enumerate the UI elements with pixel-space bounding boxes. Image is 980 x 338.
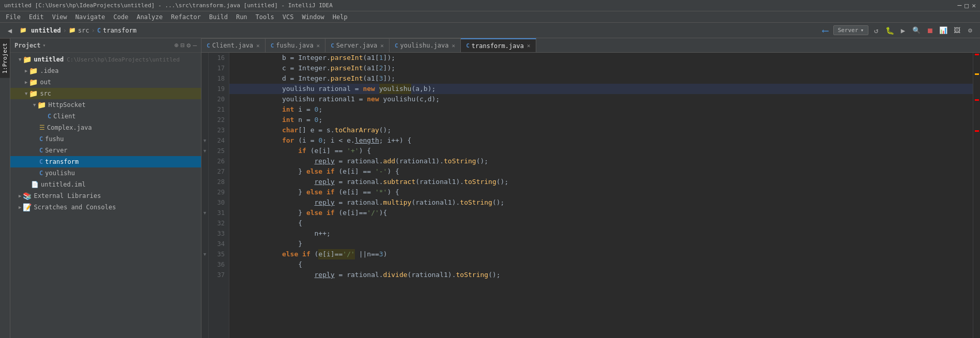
fushu-label: fushu bbox=[45, 135, 64, 143]
window-title: untitled [C:\Users\hp\IdeaProjects\untit… bbox=[4, 2, 333, 9]
transform-java-icon: C bbox=[39, 158, 43, 165]
client-tab-close[interactable]: ✕ bbox=[256, 42, 260, 49]
transform-icon: C bbox=[97, 27, 101, 34]
menu-run[interactable]: Run bbox=[232, 13, 251, 21]
maximize-btn[interactable]: □ bbox=[965, 2, 969, 9]
project-tab[interactable]: 1:Project bbox=[0, 38, 10, 78]
project-panel-header: Project ▾ ⊕ ⊟ ⚙ — bbox=[10, 38, 201, 53]
client-tab-icon: C bbox=[207, 42, 210, 49]
project-header-label: Project bbox=[14, 42, 41, 49]
menu-vcs[interactable]: VCS bbox=[279, 13, 298, 21]
tree-item-transform[interactable]: C transform bbox=[10, 156, 201, 167]
menu-edit[interactable]: Edit bbox=[25, 13, 48, 21]
tab-fushu-java[interactable]: C fushu.java ✕ bbox=[266, 38, 326, 52]
scratches-label: Scratches and Consoles bbox=[34, 204, 116, 211]
refresh-btn[interactable]: ↺ bbox=[870, 25, 882, 36]
menu-help[interactable]: Help bbox=[329, 13, 351, 21]
expand-src[interactable]: ▼ bbox=[25, 91, 27, 96]
code-line-36: { bbox=[229, 259, 973, 270]
tab-client-java[interactable]: C Client.java ✕ bbox=[201, 38, 266, 52]
expand-ext-lib[interactable]: ▶ bbox=[19, 193, 21, 198]
tree-item-src[interactable]: ▼ 📁 src bbox=[10, 88, 201, 99]
server-label: Server bbox=[45, 147, 67, 154]
project-dropdown-icon[interactable]: ▾ bbox=[43, 42, 46, 48]
error-marker-top bbox=[975, 54, 979, 55]
transform-tab-icon: C bbox=[466, 42, 470, 49]
minimize-btn[interactable]: ─ bbox=[958, 2, 962, 9]
fold-35[interactable]: ▼ bbox=[201, 249, 208, 259]
tree-item-scratches[interactable]: ▶ 📝 Scratches and Consoles bbox=[10, 202, 201, 213]
tree-item-iml[interactable]: 📄 untitled.iml bbox=[10, 179, 201, 190]
breadcrumb-transform[interactable]: transform bbox=[103, 27, 136, 34]
code-line-35: else if (e[i]=='/' ||n==3) bbox=[229, 249, 973, 259]
title-bar: untitled [C:\Users\hp\IdeaProjects\untit… bbox=[0, 0, 980, 11]
tree-item-idea[interactable]: ▶ 📁 .idea bbox=[10, 65, 201, 76]
expand-httpsocket[interactable]: ▼ bbox=[33, 102, 36, 107]
tree-item-out[interactable]: ▶ 📁 out bbox=[10, 76, 201, 88]
hide-icon[interactable]: — bbox=[193, 41, 197, 49]
add-icon[interactable]: ⊕ bbox=[175, 41, 179, 49]
search-btn[interactable]: 🔍 bbox=[911, 25, 922, 36]
menu-file[interactable]: File bbox=[2, 13, 24, 21]
server-tab-close[interactable]: ✕ bbox=[380, 42, 384, 49]
breadcrumb-src[interactable]: src bbox=[78, 27, 89, 34]
tree-item-server[interactable]: C Server bbox=[10, 145, 201, 156]
menu-code[interactable]: Code bbox=[110, 13, 132, 21]
fold-23 bbox=[201, 125, 208, 135]
server-dropdown[interactable]: Server ▾ bbox=[833, 25, 868, 35]
tree-item-client[interactable]: C Client bbox=[10, 111, 201, 122]
tab-youlishu-java[interactable]: C youlishu.java ✕ bbox=[390, 38, 461, 52]
tab-transform-java[interactable]: C transform.java ✕ bbox=[461, 38, 536, 52]
back-btn[interactable]: ◀ bbox=[4, 25, 15, 36]
server-dropdown-arrow: ▾ bbox=[860, 27, 864, 34]
frame-btn[interactable]: 🖼 bbox=[951, 25, 962, 36]
menu-refactor[interactable]: Refactor bbox=[167, 13, 205, 21]
expand-scratches[interactable]: ▶ bbox=[19, 205, 21, 210]
tree-item-httpsocket[interactable]: ▼ 📁 HttpSocket bbox=[10, 99, 201, 111]
settings-gear-icon[interactable]: ⚙ bbox=[965, 25, 976, 36]
youlishu-tab-close[interactable]: ✕ bbox=[452, 42, 456, 49]
collapse-all-icon[interactable]: ⊟ bbox=[181, 41, 185, 49]
menu-navigate[interactable]: Navigate bbox=[72, 13, 109, 21]
linenum-30: 30 bbox=[209, 197, 229, 208]
run-btn[interactable]: ▶ bbox=[897, 25, 909, 36]
title-bar-controls[interactable]: ─ □ ✕ bbox=[958, 2, 976, 9]
tree-item-ext-lib[interactable]: ▶ 📚 External Libraries bbox=[10, 190, 201, 202]
tree-item-complex[interactable]: ☰ Complex.java bbox=[10, 122, 201, 133]
code-line-24: for (i = 0; i < e.length; i++) { bbox=[229, 135, 973, 146]
arrow-left-btn[interactable]: ⟵ bbox=[820, 25, 831, 36]
settings-icon[interactable]: ⚙ bbox=[186, 41, 191, 49]
expand-out[interactable]: ▶ bbox=[25, 80, 27, 85]
fold-36 bbox=[201, 259, 208, 270]
tree-item-youlishu[interactable]: C youlishu bbox=[10, 167, 201, 179]
breadcrumb-project[interactable]: untitled bbox=[31, 27, 61, 34]
menu-tools[interactable]: Tools bbox=[252, 13, 278, 21]
stop-btn[interactable]: ⏹ bbox=[924, 25, 936, 36]
transform-tab-label: transform.java bbox=[472, 42, 524, 50]
expand-idea[interactable]: ▶ bbox=[25, 68, 27, 73]
expand-untitled[interactable]: ▼ bbox=[19, 57, 21, 62]
code-lines[interactable]: b = Integer.parseInt(a1[1]); c = Integer… bbox=[229, 53, 973, 338]
tree-item-fushu[interactable]: C fushu bbox=[10, 133, 201, 145]
menu-build[interactable]: Build bbox=[206, 13, 231, 21]
src-folder-icon-tree: 📁 bbox=[29, 89, 38, 98]
fold-31[interactable]: ▼ bbox=[201, 208, 208, 218]
close-btn[interactable]: ✕ bbox=[972, 2, 976, 9]
fold-32 bbox=[201, 218, 208, 228]
debug-btn[interactable]: 🐛 bbox=[884, 25, 895, 36]
untitled-label: untitled bbox=[34, 56, 64, 63]
linenum-28: 28 bbox=[209, 177, 229, 187]
coverage-btn[interactable]: 📊 bbox=[938, 25, 949, 36]
tree-item-untitled[interactable]: ▼ 📁 untitled C:\Users\hp\IdeaProjects\un… bbox=[10, 54, 201, 65]
server-tab-label: Server.java bbox=[336, 42, 377, 49]
linenum-24: 24 bbox=[209, 135, 229, 146]
menu-window[interactable]: Window bbox=[298, 13, 328, 21]
fushu-tab-close[interactable]: ✕ bbox=[317, 42, 320, 49]
fold-27 bbox=[201, 166, 208, 177]
transform-tab-close[interactable]: ✕ bbox=[527, 42, 531, 49]
fold-25[interactable]: ▼ bbox=[201, 146, 208, 156]
menu-view[interactable]: View bbox=[49, 13, 71, 21]
fold-24[interactable]: ▼ bbox=[201, 135, 208, 146]
tab-server-java[interactable]: C Server.java ✕ bbox=[325, 38, 390, 52]
menu-analyze[interactable]: Analyze bbox=[133, 13, 166, 21]
